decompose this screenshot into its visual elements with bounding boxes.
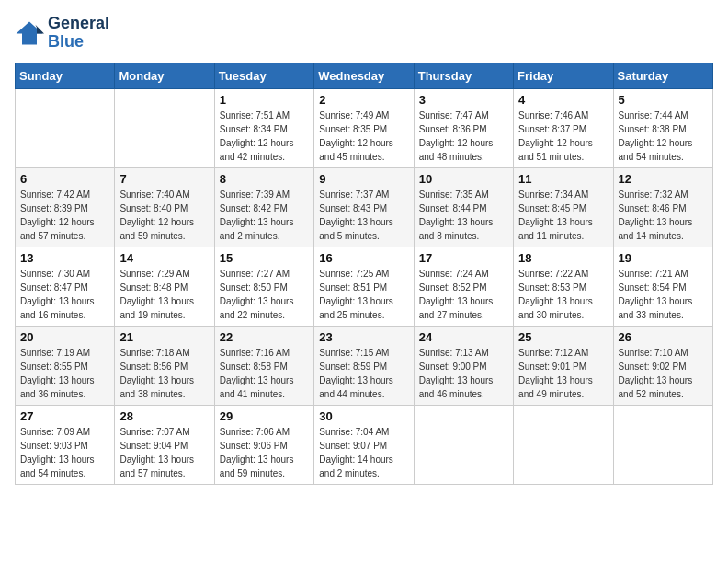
day-info: Sunrise: 7:49 AMSunset: 8:35 PMDaylight:… [319, 109, 408, 164]
day-info: Sunrise: 7:44 AMSunset: 8:38 PMDaylight:… [619, 109, 708, 164]
day-info: Sunrise: 7:06 AMSunset: 9:06 PMDaylight:… [220, 425, 309, 480]
day-number: 11 [518, 172, 608, 186]
calendar-cell: 17Sunrise: 7:24 AMSunset: 8:52 PMDayligh… [414, 247, 513, 326]
day-number: 15 [220, 251, 309, 265]
day-info: Sunrise: 7:30 AMSunset: 8:47 PMDaylight:… [20, 267, 109, 322]
day-info: Sunrise: 7:04 AMSunset: 9:07 PMDaylight:… [319, 425, 408, 480]
calendar-cell: 2Sunrise: 7:49 AMSunset: 8:35 PMDaylight… [314, 88, 414, 167]
day-info: Sunrise: 7:07 AMSunset: 9:04 PMDaylight:… [119, 425, 209, 480]
calendar-cell: 20Sunrise: 7:19 AMSunset: 8:55 PMDayligh… [16, 326, 115, 405]
day-info: Sunrise: 7:39 AMSunset: 8:42 PMDaylight:… [220, 188, 309, 243]
day-number: 19 [619, 251, 708, 265]
calendar-cell: 15Sunrise: 7:27 AMSunset: 8:50 PMDayligh… [214, 247, 313, 326]
day-info: Sunrise: 7:46 AMSunset: 8:37 PMDaylight:… [518, 109, 608, 164]
logo: General Blue [15, 15, 109, 52]
day-info: Sunrise: 7:47 AMSunset: 8:36 PMDaylight:… [419, 109, 508, 164]
calendar-cell [414, 405, 513, 484]
day-info: Sunrise: 7:18 AMSunset: 8:56 PMDaylight:… [119, 346, 209, 401]
day-info: Sunrise: 7:29 AMSunset: 8:48 PMDaylight:… [119, 267, 209, 322]
calendar-cell: 9Sunrise: 7:37 AMSunset: 8:43 PMDaylight… [314, 167, 414, 247]
calendar-cell: 14Sunrise: 7:29 AMSunset: 8:48 PMDayligh… [115, 247, 214, 326]
day-info: Sunrise: 7:40 AMSunset: 8:40 PMDaylight:… [119, 188, 209, 243]
calendar-cell [514, 405, 613, 484]
calendar-cell: 28Sunrise: 7:07 AMSunset: 9:04 PMDayligh… [115, 405, 214, 484]
page-header: General Blue [15, 15, 713, 52]
logo-icon [15, 20, 44, 46]
calendar-cell: 3Sunrise: 7:47 AMSunset: 8:36 PMDaylight… [414, 88, 513, 167]
day-info: Sunrise: 7:21 AMSunset: 8:54 PMDaylight:… [619, 267, 708, 322]
day-number: 12 [619, 172, 708, 186]
day-info: Sunrise: 7:13 AMSunset: 9:00 PMDaylight:… [419, 346, 508, 401]
day-number: 1 [220, 93, 309, 107]
day-number: 29 [220, 409, 309, 423]
calendar-cell: 24Sunrise: 7:13 AMSunset: 9:00 PMDayligh… [414, 326, 513, 405]
calendar-cell: 12Sunrise: 7:32 AMSunset: 8:46 PMDayligh… [613, 167, 712, 247]
day-number: 21 [119, 330, 209, 344]
day-info: Sunrise: 7:25 AMSunset: 8:51 PMDaylight:… [319, 267, 408, 322]
day-info: Sunrise: 7:16 AMSunset: 8:58 PMDaylight:… [220, 346, 309, 401]
weekday-header-saturday: Saturday [613, 63, 712, 88]
day-number: 4 [518, 93, 608, 107]
day-info: Sunrise: 7:19 AMSunset: 8:55 PMDaylight:… [20, 346, 109, 401]
calendar-cell: 26Sunrise: 7:10 AMSunset: 9:02 PMDayligh… [613, 326, 712, 405]
day-number: 18 [518, 251, 608, 265]
day-info: Sunrise: 7:27 AMSunset: 8:50 PMDaylight:… [220, 267, 309, 322]
weekday-header-friday: Friday [514, 63, 613, 88]
calendar-cell: 7Sunrise: 7:40 AMSunset: 8:40 PMDaylight… [115, 167, 214, 247]
day-info: Sunrise: 7:37 AMSunset: 8:43 PMDaylight:… [319, 188, 408, 243]
day-number: 22 [220, 330, 309, 344]
day-number: 27 [20, 409, 109, 423]
weekday-header-thursday: Thursday [414, 63, 513, 88]
day-info: Sunrise: 7:34 AMSunset: 8:45 PMDaylight:… [518, 188, 608, 243]
day-number: 3 [419, 93, 508, 107]
calendar-cell: 6Sunrise: 7:42 AMSunset: 8:39 PMDaylight… [16, 167, 115, 247]
day-number: 13 [20, 251, 109, 265]
day-number: 6 [20, 172, 109, 186]
day-number: 2 [319, 93, 408, 107]
day-number: 25 [518, 330, 608, 344]
logo-text: General Blue [48, 15, 109, 52]
day-number: 26 [619, 330, 708, 344]
weekday-header-tuesday: Tuesday [214, 63, 313, 88]
day-info: Sunrise: 7:12 AMSunset: 9:01 PMDaylight:… [518, 346, 608, 401]
day-number: 24 [419, 330, 508, 344]
calendar-cell: 1Sunrise: 7:51 AMSunset: 8:34 PMDaylight… [214, 88, 313, 167]
day-number: 9 [319, 172, 408, 186]
day-number: 7 [119, 172, 209, 186]
day-number: 23 [319, 330, 408, 344]
calendar-cell: 21Sunrise: 7:18 AMSunset: 8:56 PMDayligh… [115, 326, 214, 405]
day-info: Sunrise: 7:24 AMSunset: 8:52 PMDaylight:… [419, 267, 508, 322]
day-number: 14 [119, 251, 209, 265]
day-number: 17 [419, 251, 508, 265]
calendar-cell: 25Sunrise: 7:12 AMSunset: 9:01 PMDayligh… [514, 326, 613, 405]
calendar-cell: 8Sunrise: 7:39 AMSunset: 8:42 PMDaylight… [214, 167, 313, 247]
calendar-cell: 19Sunrise: 7:21 AMSunset: 8:54 PMDayligh… [613, 247, 712, 326]
day-number: 20 [20, 330, 109, 344]
weekday-header-wednesday: Wednesday [314, 63, 414, 88]
calendar-cell [613, 405, 712, 484]
day-number: 5 [619, 93, 708, 107]
day-number: 10 [419, 172, 508, 186]
day-info: Sunrise: 7:35 AMSunset: 8:44 PMDaylight:… [419, 188, 508, 243]
day-number: 30 [319, 409, 408, 423]
day-info: Sunrise: 7:22 AMSunset: 8:53 PMDaylight:… [518, 267, 608, 322]
calendar-cell: 5Sunrise: 7:44 AMSunset: 8:38 PMDaylight… [613, 88, 712, 167]
calendar-cell: 4Sunrise: 7:46 AMSunset: 8:37 PMDaylight… [514, 88, 613, 167]
calendar-cell: 18Sunrise: 7:22 AMSunset: 8:53 PMDayligh… [514, 247, 613, 326]
calendar-cell: 23Sunrise: 7:15 AMSunset: 8:59 PMDayligh… [314, 326, 414, 405]
day-number: 16 [319, 251, 408, 265]
calendar-cell [115, 88, 214, 167]
day-info: Sunrise: 7:15 AMSunset: 8:59 PMDaylight:… [319, 346, 408, 401]
weekday-header-sunday: Sunday [16, 63, 115, 88]
calendar-cell: 11Sunrise: 7:34 AMSunset: 8:45 PMDayligh… [514, 167, 613, 247]
calendar-cell: 27Sunrise: 7:09 AMSunset: 9:03 PMDayligh… [16, 405, 115, 484]
day-number: 8 [220, 172, 309, 186]
calendar-cell: 30Sunrise: 7:04 AMSunset: 9:07 PMDayligh… [314, 405, 414, 484]
day-info: Sunrise: 7:51 AMSunset: 8:34 PMDaylight:… [220, 109, 309, 164]
day-info: Sunrise: 7:42 AMSunset: 8:39 PMDaylight:… [20, 188, 109, 243]
day-info: Sunrise: 7:09 AMSunset: 9:03 PMDaylight:… [20, 425, 109, 480]
weekday-header-monday: Monday [115, 63, 214, 88]
calendar-cell [16, 88, 115, 167]
day-info: Sunrise: 7:32 AMSunset: 8:46 PMDaylight:… [619, 188, 708, 243]
calendar-cell: 16Sunrise: 7:25 AMSunset: 8:51 PMDayligh… [314, 247, 414, 326]
